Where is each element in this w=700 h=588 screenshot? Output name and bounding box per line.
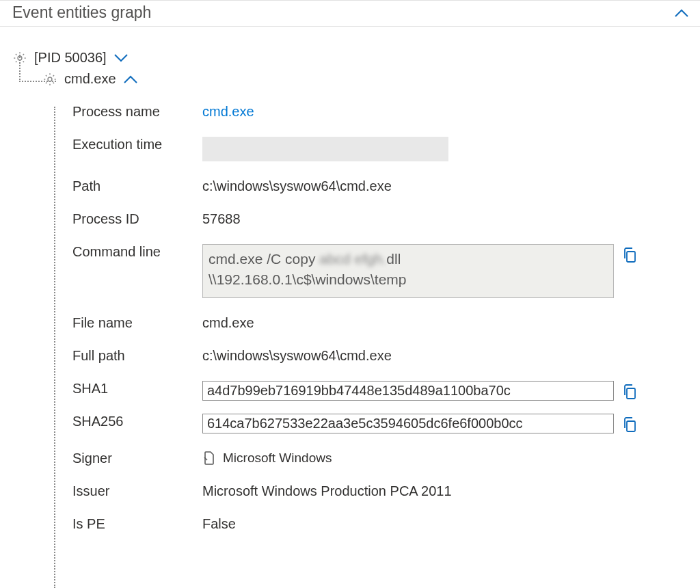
chevron-up-icon[interactable] — [674, 8, 688, 18]
value-path: c:\windows\syswow64\cmd.exe — [202, 178, 392, 194]
chevron-down-icon[interactable] — [113, 53, 127, 63]
label-command-line: Command line — [72, 244, 202, 260]
cmdline-line2: \\192.168.0.1\c$\windows\temp — [208, 271, 407, 287]
value-issuer: Microsoft Windows Production PCA 2011 — [202, 483, 452, 499]
tree-vertical-line — [54, 107, 55, 544]
row-full-path: Full path c:\windows\syswow64\cmd.exe — [72, 343, 700, 376]
tree-connector — [19, 55, 56, 82]
row-process-name: Process name cmd.exe — [72, 99, 700, 132]
copy-icon[interactable] — [622, 244, 637, 263]
row-issuer: Issuer Microsoft Windows Production PCA … — [72, 479, 700, 511]
row-command-line: Command line cmd.exe /C copy abcd efgh.d… — [72, 239, 700, 310]
value-process-id: 57688 — [202, 211, 241, 227]
label-issuer: Issuer — [72, 483, 202, 499]
cmdline-redacted: abcd efgh. — [319, 251, 386, 267]
value-full-path: c:\windows\syswow64\cmd.exe — [202, 348, 392, 364]
value-process-name[interactable]: cmd.exe — [202, 104, 254, 120]
value-execution-time-redacted — [202, 137, 448, 161]
file-icon — [202, 451, 216, 466]
value-file-name: cmd.exe — [202, 315, 254, 331]
tree-node-child[interactable]: cmd.exe — [12, 68, 700, 90]
tree-node-root[interactable]: [PID 50036] — [12, 47, 700, 68]
value-sha1: a4d7b99eb716919bb47448e135d489a1100ba70c — [202, 381, 614, 401]
value-sha256: 614ca7b627533e22aa3e5c3594605dc6fe6f000b… — [202, 414, 614, 433]
label-sha256: SHA256 — [72, 414, 202, 429]
label-sha1: SHA1 — [72, 381, 202, 397]
label-process-id: Process ID — [72, 211, 202, 227]
label-signer: Signer — [72, 451, 202, 466]
label-file-name: File name — [72, 315, 202, 331]
label-full-path: Full path — [72, 348, 202, 364]
row-sha256: SHA256 614ca7b627533e22aa3e5c3594605dc6f… — [72, 409, 700, 446]
entity-tree: [PID 50036] cmd.exe — [0, 27, 700, 90]
row-signer: Signer Microsoft Windows — [72, 446, 700, 479]
panel-title: Event entities graph — [12, 3, 674, 22]
label-is-pe: Is PE — [72, 516, 202, 532]
label-execution-time: Execution time — [72, 137, 202, 152]
panel-header[interactable]: Event entities graph — [0, 0, 700, 27]
svg-rect-4 — [627, 421, 635, 431]
label-process-name: Process name — [72, 104, 202, 120]
label-path: Path — [72, 178, 202, 194]
value-is-pe: False — [202, 516, 236, 532]
value-signer-text: Microsoft Windows — [223, 451, 332, 466]
tree-node-child-label: cmd.exe — [64, 71, 116, 87]
cmdline-suffix: dll — [386, 251, 401, 267]
row-path: Path c:\windows\syswow64\cmd.exe — [72, 174, 700, 206]
row-is-pe: Is PE False — [72, 511, 700, 544]
row-file-name: File name cmd.exe — [72, 310, 700, 343]
value-signer: Microsoft Windows — [202, 451, 332, 466]
cmdline-prefix: cmd.exe /C copy — [208, 251, 319, 267]
row-sha1: SHA1 a4d7b99eb716919bb47448e135d489a1100… — [72, 376, 700, 409]
svg-rect-3 — [627, 388, 635, 399]
value-command-line: cmd.exe /C copy abcd efgh.dll \\192.168.… — [202, 244, 614, 298]
row-execution-time: Execution time — [72, 132, 700, 174]
svg-rect-2 — [627, 252, 635, 262]
copy-icon[interactable] — [622, 414, 637, 433]
process-details: Process name cmd.exe Execution time Path… — [72, 99, 700, 544]
row-process-id: Process ID 57688 — [72, 206, 700, 239]
chevron-up-icon[interactable] — [123, 75, 137, 84]
copy-icon[interactable] — [622, 381, 637, 400]
